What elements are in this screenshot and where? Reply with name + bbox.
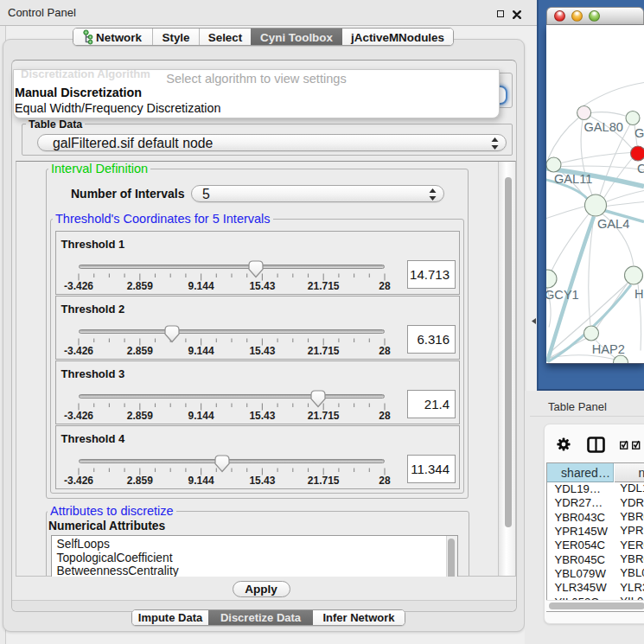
svg-text:C: C [637,161,644,175]
svg-text:GA: GA [634,125,644,139]
svg-text:GAL80: GAL80 [584,120,623,134]
svg-text:H: H [634,286,644,300]
svg-text:HAP2: HAP2 [592,341,625,355]
svg-text:GCY1: GCY1 [546,288,579,302]
svg-text:GAL11: GAL11 [554,172,592,186]
svg-text:GAL4: GAL4 [597,216,629,230]
